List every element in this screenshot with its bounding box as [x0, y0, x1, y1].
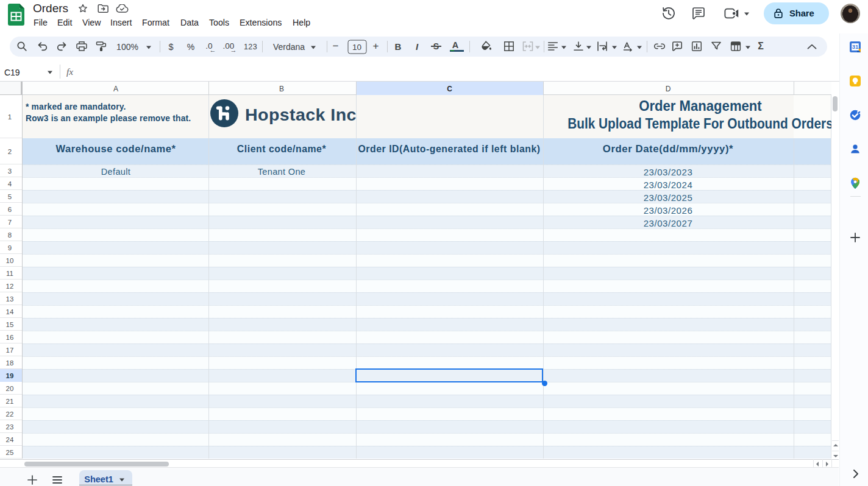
svg-text:31: 31 — [852, 43, 859, 50]
